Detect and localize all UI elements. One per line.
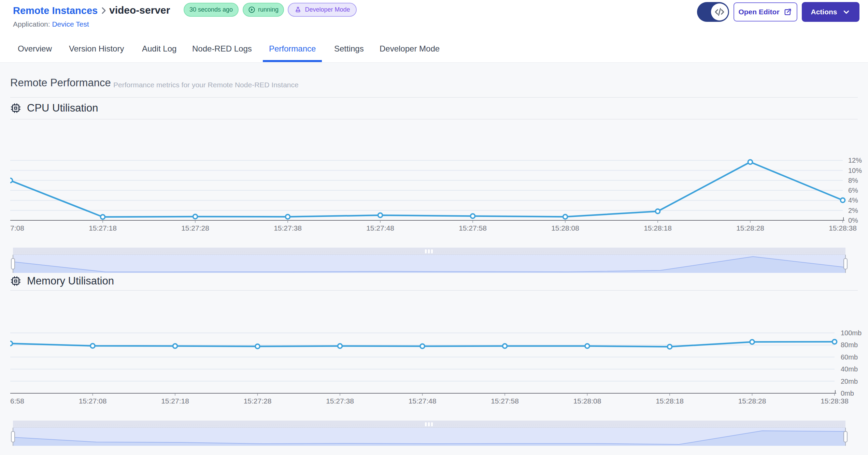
- svg-text:15:27:18: 15:27:18: [161, 397, 189, 405]
- svg-text:15:27:08: 15:27:08: [10, 224, 24, 232]
- svg-text:15:28:18: 15:28:18: [656, 397, 684, 405]
- svg-text:15:26:58: 15:26:58: [10, 397, 24, 405]
- svg-text:15:28:08: 15:28:08: [573, 397, 601, 405]
- svg-text:15:27:48: 15:27:48: [409, 397, 437, 405]
- svg-text:15:27:28: 15:27:28: [244, 397, 272, 405]
- svg-text:100mb: 100mb: [841, 329, 862, 337]
- svg-text:2%: 2%: [848, 207, 858, 214]
- svg-text:15:27:38: 15:27:38: [326, 397, 354, 405]
- svg-text:15:28:28: 15:28:28: [736, 224, 764, 232]
- svg-text:0mb: 0mb: [841, 390, 854, 397]
- svg-text:12%: 12%: [848, 157, 862, 164]
- svg-text:15:27:18: 15:27:18: [89, 224, 117, 232]
- svg-text:15:27:38: 15:27:38: [274, 224, 302, 232]
- svg-text:15:27:28: 15:27:28: [181, 224, 209, 232]
- svg-text:15:28:18: 15:28:18: [644, 224, 672, 232]
- svg-text:15:28:38: 15:28:38: [829, 224, 857, 232]
- svg-text:6%: 6%: [848, 187, 858, 194]
- svg-text:20mb: 20mb: [841, 378, 858, 385]
- svg-text:10%: 10%: [848, 167, 862, 174]
- svg-text:8%: 8%: [848, 177, 858, 184]
- svg-text:15:28:38: 15:28:38: [821, 397, 849, 405]
- svg-text:60mb: 60mb: [841, 353, 858, 361]
- svg-text:15:27:58: 15:27:58: [491, 397, 519, 405]
- svg-text:15:28:08: 15:28:08: [551, 224, 579, 232]
- svg-text:4%: 4%: [848, 196, 858, 204]
- svg-text:80mb: 80mb: [841, 341, 858, 349]
- svg-text:15:28:28: 15:28:28: [738, 397, 766, 405]
- svg-text:40mb: 40mb: [841, 365, 858, 373]
- svg-text:15:27:58: 15:27:58: [459, 224, 487, 232]
- svg-text:15:27:48: 15:27:48: [366, 224, 394, 232]
- svg-text:0%: 0%: [848, 217, 858, 224]
- svg-text:15:27:08: 15:27:08: [79, 397, 107, 405]
